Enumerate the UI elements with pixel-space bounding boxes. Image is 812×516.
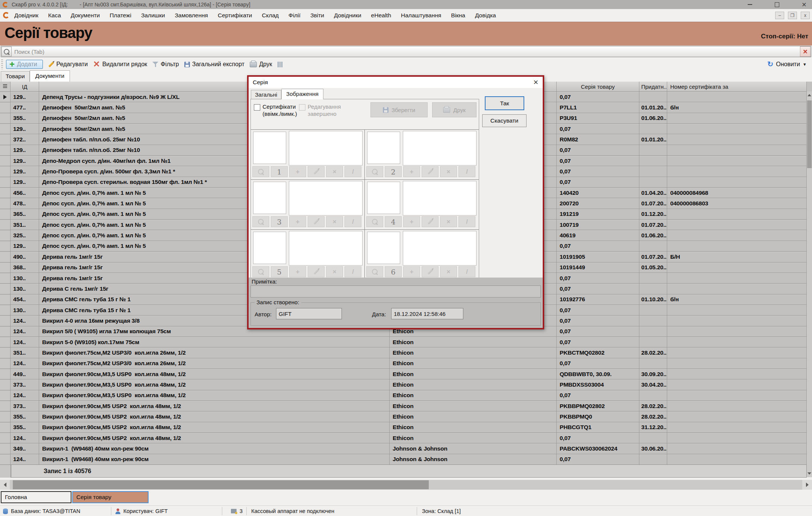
scroll-down-icon[interactable] bbox=[807, 470, 812, 477]
cancel-button[interactable]: Скасувати bbox=[482, 114, 527, 127]
table-row[interactable]: 349.. Викрил-1 (W9468) 40мм кол-реж 90см… bbox=[0, 443, 812, 454]
menu-item[interactable]: Довідка bbox=[470, 12, 501, 18]
slot-clear-button[interactable]: / bbox=[345, 166, 361, 177]
note-input[interactable] bbox=[250, 285, 541, 297]
tab-tovary[interactable]: Товари bbox=[1, 71, 30, 82]
horizontal-scroll-thumb[interactable] bbox=[13, 480, 429, 489]
menu-item[interactable]: Залишки bbox=[136, 12, 170, 18]
table-row[interactable]: 124.. Викрил фиолет.90см,М3,5 USP0 кол.и… bbox=[0, 390, 812, 401]
table-row[interactable]: 373.. Викрил фиолет.90см,М3,5 USP0 кол.и… bbox=[0, 379, 812, 390]
header-id[interactable]: ІД bbox=[11, 82, 39, 91]
columns-button[interactable] bbox=[278, 62, 282, 67]
slot-add-button[interactable]: + bbox=[289, 266, 306, 277]
chevron-down-icon[interactable]: ▼ bbox=[803, 62, 807, 67]
author-field[interactable] bbox=[276, 308, 342, 319]
certificates-checkbox[interactable]: Сертифікати (ввімк./вимк.) bbox=[254, 103, 297, 117]
table-row[interactable]: 355.. Викрил фиолет.90см,М5 USP2 кол.игл… bbox=[0, 411, 812, 422]
mdi-restore-icon[interactable]: ❐ bbox=[788, 12, 797, 19]
table-row[interactable]: 355.. Викрил фиолет.90см,М5 USP2 кол.игл… bbox=[0, 422, 812, 433]
menu-item[interactable]: Сертифікати bbox=[213, 12, 257, 18]
menu-item[interactable]: Довідник bbox=[9, 12, 43, 18]
slot-add-button[interactable]: + bbox=[403, 166, 420, 177]
bottom-tab-seriya-tovaru[interactable]: Серія товару bbox=[72, 491, 149, 503]
ok-button[interactable]: Так bbox=[485, 96, 524, 110]
slot-clear-button[interactable]: / bbox=[458, 266, 475, 277]
search-input[interactable] bbox=[12, 48, 800, 55]
refresh-button[interactable]: ↻ Оновити ▼ bbox=[767, 60, 807, 68]
table-row[interactable]: 124.. Викрил 5-0 (W9105) кол.17мм 75см E… bbox=[0, 337, 812, 348]
menu-item[interactable]: Замовлення bbox=[170, 12, 213, 18]
horizontal-scrollbar[interactable] bbox=[0, 480, 812, 490]
table-row[interactable]: 124.. Викрил фиолет.75см,М2 USP3/0 кол.и… bbox=[0, 358, 812, 369]
slot-zoom-button[interactable] bbox=[366, 216, 383, 227]
edit-button[interactable]: Редагувати bbox=[48, 61, 88, 68]
menu-item[interactable]: eHealth bbox=[366, 12, 396, 18]
slot-zoom-button[interactable] bbox=[366, 166, 383, 177]
slot-add-button[interactable]: + bbox=[289, 216, 306, 227]
mdi-close-icon[interactable]: x bbox=[801, 12, 810, 19]
date-field[interactable] bbox=[391, 308, 463, 319]
save-button[interactable]: Зберегти bbox=[370, 102, 428, 117]
scroll-up-icon[interactable] bbox=[807, 91, 812, 99]
scroll-right-icon[interactable] bbox=[802, 480, 812, 490]
dialog-close-icon[interactable]: × bbox=[533, 77, 538, 87]
tab-dokumenty[interactable]: Документи bbox=[30, 70, 70, 82]
slot-clear-button[interactable]: / bbox=[458, 216, 475, 227]
menu-item[interactable]: Каса bbox=[43, 12, 66, 18]
delete-row-button[interactable]: ✕ Видалити рядок bbox=[93, 61, 147, 68]
toolbar-grip[interactable] bbox=[1, 59, 3, 69]
scroll-left-icon[interactable] bbox=[0, 480, 10, 490]
slot-zoom-button[interactable] bbox=[366, 266, 383, 277]
menu-item[interactable]: Вікна bbox=[446, 12, 470, 18]
editing-done-checkbox[interactable]: Редагування завершено bbox=[299, 103, 341, 117]
slot-delete-button[interactable]: × bbox=[440, 266, 457, 277]
slot-edit-button[interactable] bbox=[308, 216, 325, 227]
slot-edit-button[interactable] bbox=[308, 166, 325, 177]
menu-item[interactable]: Налаштування bbox=[396, 12, 446, 18]
slot-delete-button[interactable]: × bbox=[326, 266, 343, 277]
slot-edit-button[interactable] bbox=[422, 166, 439, 177]
table-row[interactable]: 373.. Викрил фиолет.90см,М5 USP2 кол.игл… bbox=[0, 401, 812, 411]
filter-button[interactable]: Фільтр bbox=[152, 61, 179, 68]
add-button[interactable]: + Додати bbox=[6, 60, 43, 69]
export-button[interactable]: Загальний експорт bbox=[184, 61, 244, 68]
slot-delete-button[interactable]: × bbox=[326, 166, 343, 177]
vertical-scrollbar[interactable] bbox=[807, 91, 812, 477]
slot-delete-button[interactable]: × bbox=[440, 216, 457, 227]
menu-item[interactable]: Склад bbox=[257, 12, 284, 18]
slot-edit-button[interactable] bbox=[422, 216, 439, 227]
menu-item[interactable]: Філії bbox=[284, 12, 305, 18]
slot-delete-button[interactable]: × bbox=[440, 166, 457, 177]
bottom-tab-holovna[interactable]: Головна bbox=[1, 491, 71, 503]
vertical-scroll-thumb[interactable] bbox=[807, 100, 812, 168]
table-row[interactable]: 124.. Викрил-1 (W9468) 40мм кол-реж 90см… bbox=[0, 454, 812, 465]
mdi-minimize-icon[interactable]: – bbox=[775, 12, 784, 19]
close-icon[interactable]: ✕ bbox=[799, 1, 809, 8]
menu-item[interactable]: Звіти bbox=[305, 12, 329, 18]
header-series[interactable]: Серія товару bbox=[557, 82, 639, 91]
slot-add-button[interactable]: + bbox=[289, 166, 306, 177]
slot-edit-button[interactable] bbox=[422, 266, 439, 277]
menu-item[interactable]: Платежі bbox=[105, 12, 136, 18]
checkbox-box-icon[interactable] bbox=[299, 104, 305, 111]
dialog-tab-zobrazhennia[interactable]: Зображення bbox=[281, 89, 323, 99]
print-button[interactable]: Друк bbox=[250, 61, 272, 68]
table-row[interactable]: 351.. Викрил фиолет.75см,М2 USP3/0 кол.и… bbox=[0, 348, 812, 358]
slot-clear-button[interactable]: / bbox=[458, 166, 475, 177]
restore-icon[interactable] bbox=[772, 1, 782, 8]
menu-item[interactable]: Довідники bbox=[329, 12, 366, 18]
header-selector-cell[interactable] bbox=[0, 82, 11, 91]
slot-zoom-button[interactable] bbox=[252, 266, 269, 277]
header-expiry[interactable]: Придатн... bbox=[639, 82, 667, 91]
slot-edit-button[interactable] bbox=[308, 266, 325, 277]
search-clear-button[interactable]: × bbox=[800, 46, 810, 57]
header-certificate[interactable]: Номер сертифіката за bbox=[667, 82, 807, 91]
slot-clear-button[interactable]: / bbox=[345, 266, 361, 277]
dialog-print-button[interactable]: Друк bbox=[432, 102, 477, 117]
table-row[interactable]: 124.. Викрил фиолет.90см,М5 USP2 кол.игл… bbox=[0, 433, 812, 443]
table-row[interactable]: 449.. Викрил фиолет.90см,М3,5 USP0 кол.и… bbox=[0, 369, 812, 379]
slot-clear-button[interactable]: / bbox=[345, 216, 361, 227]
slot-add-button[interactable]: + bbox=[403, 216, 420, 227]
slot-add-button[interactable]: + bbox=[403, 266, 420, 277]
minimize-icon[interactable] bbox=[745, 1, 755, 8]
